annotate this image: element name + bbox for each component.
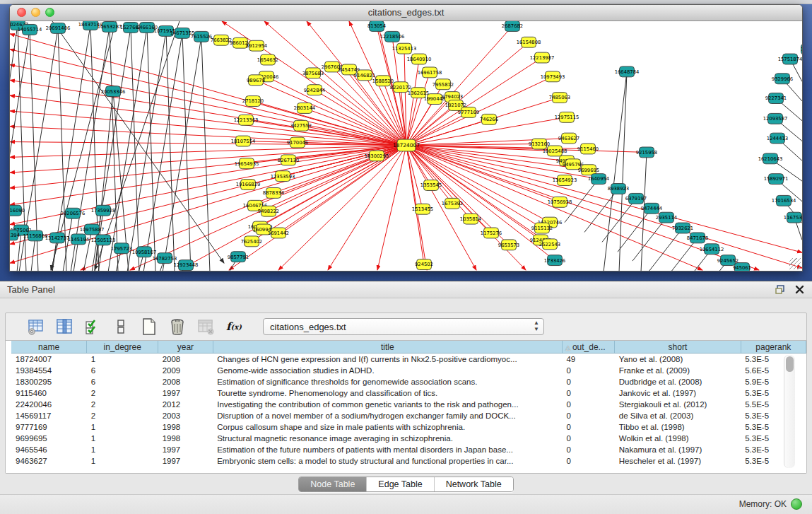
graph-node[interactable]: 1640954 xyxy=(588,174,609,185)
graph-node[interactable]: 8471678 xyxy=(687,233,708,243)
tab-edge-table[interactable]: Edge Table xyxy=(366,477,433,491)
graph-node[interactable]: 746266 xyxy=(480,114,498,124)
graph-node[interactable]: 9463627 xyxy=(558,133,579,144)
table-panel-titlebar[interactable]: Table Panel xyxy=(0,281,812,298)
graph-node[interactable]: 7663822 xyxy=(211,35,232,45)
graph-node[interactable]: 9857791 xyxy=(228,252,249,262)
column-header-year[interactable]: year xyxy=(158,341,213,354)
graph-node[interactable]: 1145194 xyxy=(68,234,89,245)
graph-node[interactable]: 2935114 xyxy=(656,212,677,223)
graph-node[interactable]: 11325413 xyxy=(392,43,417,54)
close-panel-icon[interactable] xyxy=(794,284,805,295)
tab-network-table[interactable]: Network Table xyxy=(434,477,513,491)
graph-node[interactable]: 1175276 xyxy=(481,228,502,238)
graph-node[interactable]: 7615526 xyxy=(191,31,212,42)
graph-node[interactable]: 15751874 xyxy=(778,54,802,64)
column-header-short[interactable]: short xyxy=(615,341,741,354)
graph-node[interactable]: 9170046 xyxy=(287,137,308,148)
table-row[interactable]: 2242004622012Investigating the contribut… xyxy=(11,399,806,410)
table-row[interactable]: 1938455462009Genome-wide association stu… xyxy=(11,365,806,376)
graph-node[interactable]: 19654935 xyxy=(235,158,259,169)
new-document-icon[interactable] xyxy=(140,317,158,336)
graph-node[interactable]: 5498222 xyxy=(258,206,279,216)
graph-node[interactable]: 9242844 xyxy=(304,85,325,95)
graph-node[interactable]: 9215958 xyxy=(636,147,657,158)
graph-node[interactable]: 7625402 xyxy=(241,236,262,247)
graph-node[interactable]: 6379197 xyxy=(625,193,647,204)
graph-node[interactable]: 2718120 xyxy=(242,96,264,107)
graph-node[interactable]: 8267130 xyxy=(278,155,299,165)
network-canvas[interactable]: 2024627140557142069140618437149106532871… xyxy=(10,21,802,271)
tab-node-table[interactable]: Node Table xyxy=(299,477,366,491)
graph-node[interactable]: 3875683 xyxy=(302,68,324,78)
graph-node[interactable]: 9115132 xyxy=(531,223,553,233)
graph-node[interactable]: 10756928 xyxy=(548,197,572,207)
graph-node[interactable]: 18640910 xyxy=(407,54,432,64)
graph-node[interactable]: 1733426 xyxy=(544,255,565,266)
graph-node[interactable]: 8912954 xyxy=(246,40,267,51)
graph-node[interactable]: 16648784 xyxy=(615,66,640,77)
graph-node[interactable]: 924502 xyxy=(415,259,433,270)
function-builder-icon[interactable]: f(x) xyxy=(225,317,243,336)
graph-node[interactable]: 11123 xyxy=(801,44,802,54)
graph-node[interactable]: 7932621 xyxy=(672,223,693,233)
column-header-pagerank[interactable]: pagerank xyxy=(741,341,806,354)
graph-node[interactable]: 16961758 xyxy=(418,67,442,78)
network-window-titlebar[interactable]: citations_edges.txt xyxy=(10,5,802,21)
graph-node[interactable]: 19166829 xyxy=(236,180,261,190)
graph-node[interactable]: 17359928 xyxy=(91,205,116,216)
column-header-in-degree[interactable]: in_degree xyxy=(87,341,158,354)
graph-node[interactable]: 16154808 xyxy=(517,37,541,47)
graph-node[interactable]: 9146821 xyxy=(354,70,375,81)
graph-node[interactable]: 12218506 xyxy=(380,31,405,42)
graph-node[interactable]: 2522543 xyxy=(539,239,560,250)
vertical-scrollbar[interactable] xyxy=(784,355,795,468)
delete-table-icon[interactable] xyxy=(196,317,215,336)
graph-node[interactable]: 12975115 xyxy=(555,112,579,122)
graph-node[interactable]: 10654112 xyxy=(700,244,724,255)
graph-node[interactable]: 2616090 xyxy=(10,205,25,216)
graph-node[interactable]: 15892971 xyxy=(764,174,789,185)
graph-node[interactable]: 8878334 xyxy=(263,187,284,198)
table-row[interactable]: 946554611997Estimation of the future num… xyxy=(11,444,806,455)
graph-node[interactable]: 9329966 xyxy=(772,74,793,84)
table-row[interactable]: 911546021997Tourette syndrome. Phenomeno… xyxy=(11,387,806,399)
column-header-title[interactable]: title xyxy=(213,341,562,354)
graph-node[interactable]: 989678 xyxy=(247,75,265,86)
table-row[interactable]: 977716911998Corpus callosum shape and si… xyxy=(11,421,806,433)
graph-node[interactable]: 3427552 xyxy=(290,120,312,131)
table-columns-icon[interactable] xyxy=(55,317,73,336)
graph-node[interactable]: 2803144 xyxy=(294,103,315,114)
table-row[interactable]: 1830029562008Estimation of significance … xyxy=(11,376,806,387)
table-settings-icon[interactable] xyxy=(27,317,45,336)
graph-node[interactable]: 945061 xyxy=(733,263,751,271)
table-row[interactable]: 946362711997Embryonic stem cells: a mode… xyxy=(11,455,806,467)
graph-node[interactable]: 13654923 xyxy=(553,175,577,186)
graph-node[interactable]: 1691442 xyxy=(268,228,289,238)
graph-node[interactable]: 7955812 xyxy=(433,79,454,90)
graph-node[interactable]: 12213987 xyxy=(530,52,555,63)
column-header-name[interactable]: name xyxy=(11,341,87,354)
graph-node[interactable]: 12505123 xyxy=(91,235,116,245)
graph-node[interactable]: 813054 xyxy=(367,21,386,31)
graph-node[interactable]: 12093587 xyxy=(763,113,788,124)
memory-status[interactable]: Memory: OK xyxy=(739,498,802,510)
graph-node[interactable]: 9227341 xyxy=(765,93,787,104)
window-resize-grip[interactable] xyxy=(789,258,801,269)
table-select-dropdown[interactable]: citations_edges.txt ▲▼ xyxy=(263,318,544,335)
select-rows-icon[interactable] xyxy=(83,317,102,336)
graph-node[interactable]: 7485063 xyxy=(549,93,570,103)
graph-node[interactable]: 1244413 xyxy=(767,133,788,144)
graph-node[interactable]: 9653573 xyxy=(498,240,519,250)
row-height-icon[interactable] xyxy=(112,317,130,336)
table-row[interactable]: 1456911722003Disruption of a novel membe… xyxy=(11,410,806,421)
scrollbar-thumb[interactable] xyxy=(786,356,794,372)
float-window-icon[interactable] xyxy=(774,284,785,295)
graph-node[interactable]: 9474444 xyxy=(641,203,662,214)
table-row[interactable]: 1872400712008Changes of HCN gene express… xyxy=(11,354,806,366)
graph-node[interactable]: 9777169 xyxy=(458,107,479,117)
graph-node[interactable]: 8938923 xyxy=(608,184,629,194)
table-row[interactable]: 969969511998Structural magnetic resonanc… xyxy=(11,433,806,444)
graph-node[interactable]: 9115460 xyxy=(577,144,599,154)
graph-node[interactable]: 1654632 xyxy=(257,54,278,65)
